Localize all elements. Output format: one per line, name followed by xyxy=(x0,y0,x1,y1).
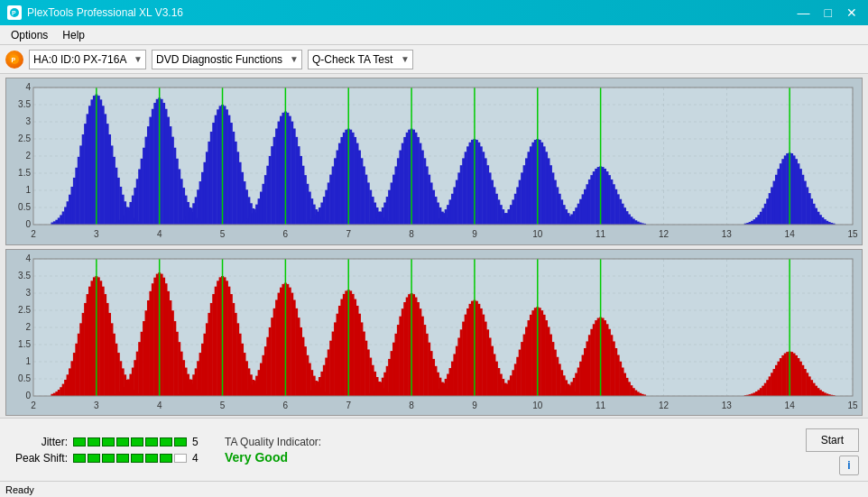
progress-segment xyxy=(174,437,187,446)
bottom-chart xyxy=(6,250,862,416)
bottom-panel: Jitter: 5 Peak Shift: 4 TA Quality Indic… xyxy=(0,418,868,481)
function-select[interactable]: DVD Diagnostic Functions xyxy=(152,50,302,69)
progress-segment xyxy=(131,437,143,446)
svg-text:P: P xyxy=(12,10,16,16)
menu-help[interactable]: Help xyxy=(55,27,92,43)
peak-shift-label: Peak Shift: xyxy=(9,452,68,465)
progress-segment xyxy=(88,437,100,446)
ta-quality-value: Very Good xyxy=(225,450,288,465)
right-buttons: Start i xyxy=(806,425,859,475)
top-chart xyxy=(6,78,862,244)
status-bar: Ready xyxy=(0,481,868,497)
progress-segment xyxy=(160,454,172,463)
jitter-progress xyxy=(73,437,187,446)
ta-quality-label: TA Quality Indicator: xyxy=(225,436,321,448)
start-button[interactable]: Start xyxy=(806,428,859,452)
toolbar: P HA:0 ID:0 PX-716A ▼ DVD Diagnostic Fun… xyxy=(0,45,868,74)
test-dropdown-wrapper[interactable]: Q-Check TA Test ▼ xyxy=(308,50,413,69)
peak-shift-progress xyxy=(73,454,187,463)
progress-segment xyxy=(131,454,143,463)
title-bar-controls[interactable]: — □ ✕ xyxy=(794,6,861,19)
progress-segment xyxy=(145,437,158,446)
device-select[interactable]: HA:0 ID:0 PX-716A xyxy=(29,50,146,69)
test-select[interactable]: Q-Check TA Test xyxy=(308,50,413,69)
menu-bar: Options Help xyxy=(0,25,868,45)
title-bar-left: P PlexTools Professional XL V3.16 xyxy=(7,5,183,20)
info-button[interactable]: i xyxy=(839,456,859,475)
progress-segment xyxy=(73,437,86,446)
progress-segment xyxy=(174,454,187,463)
charts-area xyxy=(0,74,868,418)
peak-shift-value: 4 xyxy=(192,452,207,465)
status-text: Ready xyxy=(5,484,34,495)
device-icon: P xyxy=(5,51,23,69)
function-dropdown-wrapper[interactable]: DVD Diagnostic Functions ▼ xyxy=(152,50,302,69)
device-dropdown-wrapper[interactable]: HA:0 ID:0 PX-716A ▼ xyxy=(29,50,146,69)
progress-segment xyxy=(102,437,115,446)
bottom-chart-container xyxy=(5,249,863,417)
minimize-button[interactable]: — xyxy=(794,6,814,19)
maximize-button[interactable]: □ xyxy=(821,6,836,19)
svg-text:P: P xyxy=(12,57,16,63)
jitter-value: 5 xyxy=(192,436,207,448)
progress-segment xyxy=(73,454,86,463)
title-bar: P PlexTools Professional XL V3.16 — □ ✕ xyxy=(0,0,868,25)
title-bar-title: PlexTools Professional XL V3.16 xyxy=(27,6,183,19)
progress-segment xyxy=(116,437,129,446)
progress-segment xyxy=(145,454,158,463)
metrics-section: Jitter: 5 Peak Shift: 4 xyxy=(9,436,207,465)
progress-segment xyxy=(102,454,115,463)
close-button[interactable]: ✕ xyxy=(843,6,861,19)
jitter-row: Jitter: 5 xyxy=(9,436,207,448)
progress-segment xyxy=(88,454,100,463)
progress-segment xyxy=(160,437,172,446)
progress-segment xyxy=(116,454,129,463)
peak-shift-row: Peak Shift: 4 xyxy=(9,452,207,465)
jitter-label: Jitter: xyxy=(9,436,68,448)
menu-options[interactable]: Options xyxy=(4,27,55,43)
main-content: Jitter: 5 Peak Shift: 4 TA Quality Indic… xyxy=(0,74,868,481)
app-icon: P xyxy=(7,5,22,20)
top-chart-container xyxy=(5,78,863,245)
ta-quality-section: TA Quality Indicator: Very Good xyxy=(225,436,321,465)
